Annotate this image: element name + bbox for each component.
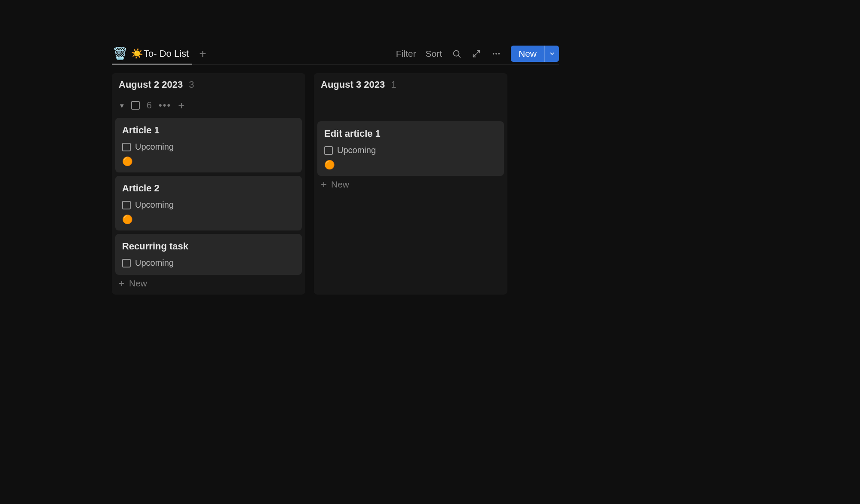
board: August 2 2023 3 ▼ 6 ••• + Article 1 Upco… [112,73,559,295]
column-title: August 2 2023 [119,79,183,90]
card-title: Article 1 [122,125,295,136]
svg-point-3 [495,53,497,55]
collapse-toggle-icon[interactable]: ▼ [119,102,125,109]
priority-dot-icon: 🟠 [324,160,497,169]
priority-dot-icon: 🟠 [122,215,295,224]
checkbox-icon[interactable] [122,259,131,267]
plus-icon: + [321,179,327,190]
trash-icon: 🗑️ [113,48,128,60]
task-card[interactable]: Edit article 1 Upcoming 🟠 [317,121,504,176]
view-toolbar: 🗑️ ☀️ To- Do List + Filter Sort New [112,43,559,65]
card-title: Article 2 [122,183,295,194]
card-title: Edit article 1 [324,128,497,139]
svg-point-4 [498,53,500,55]
toolbar-right: Filter Sort New [396,46,559,62]
status-text: Upcoming [135,258,174,268]
task-card[interactable]: Article 1 Upcoming 🟠 [115,118,302,172]
column-subgroup-header: ▼ 6 ••• + [112,95,305,118]
checkbox-icon[interactable] [324,146,333,155]
add-view-button[interactable]: + [199,48,206,60]
subgroup-add-button[interactable]: + [178,100,184,111]
new-button-dropdown[interactable] [544,46,559,62]
task-card[interactable]: Recurring task Upcoming [115,234,302,275]
filter-button[interactable]: Filter [396,49,416,59]
sort-button[interactable]: Sort [425,49,442,59]
view-tab-title: ☀️ To- Do List [131,48,189,59]
card-status: Upcoming [122,142,295,152]
board-column: August 3 2023 1 Edit article 1 Upcoming … [314,73,507,295]
new-button-group: New [511,46,559,62]
subgroup-checkbox[interactable] [131,101,140,110]
column-count: 3 [189,79,194,90]
status-text: Upcoming [337,145,376,155]
card-status: Upcoming [324,145,497,155]
checkbox-icon[interactable] [122,201,131,209]
status-text: Upcoming [135,200,174,210]
board-column: August 2 2023 3 ▼ 6 ••• + Article 1 Upco… [112,73,305,295]
svg-line-1 [458,55,460,57]
toolbar-left: 🗑️ ☀️ To- Do List + [112,43,206,64]
column-header[interactable]: August 2 2023 3 [112,73,305,95]
column-count: 1 [391,79,396,90]
card-title: Recurring task [122,241,295,252]
subgroup-count: 6 [147,100,152,111]
svg-point-2 [493,53,494,55]
status-text: Upcoming [135,142,174,152]
sun-icon: ☀️ [131,48,143,59]
new-button[interactable]: New [511,46,544,62]
plus-icon: + [119,278,125,289]
add-card-label: New [129,278,147,289]
expand-icon[interactable] [471,49,482,59]
checkbox-icon[interactable] [122,143,131,151]
more-icon[interactable] [491,49,501,59]
subgroup-more-icon[interactable]: ••• [159,101,171,110]
view-tab-text: To- Do List [144,48,189,59]
column-title: August 3 2023 [321,79,385,90]
column-header[interactable]: August 3 2023 1 [314,73,507,95]
priority-dot-icon: 🟠 [122,157,295,166]
add-card-button[interactable]: + New [119,278,298,289]
task-card[interactable]: Article 2 Upcoming 🟠 [115,176,302,230]
add-card-label: New [331,179,349,190]
card-status: Upcoming [122,258,295,268]
view-tab-todo[interactable]: 🗑️ ☀️ To- Do List [112,43,192,65]
card-status: Upcoming [122,200,295,210]
add-card-button[interactable]: + New [321,179,501,190]
search-icon[interactable] [452,49,462,59]
